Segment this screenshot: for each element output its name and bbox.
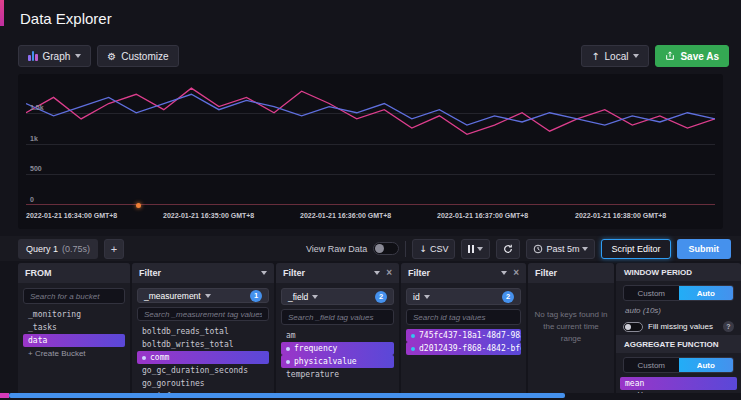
- tag-value-item[interactable]: boltdb_reads_total: [137, 325, 269, 338]
- y-tick-label: 0: [30, 196, 34, 203]
- pause-button[interactable]: [461, 239, 490, 259]
- submit-button[interactable]: Submit: [677, 239, 732, 259]
- chevron-down-icon: [582, 247, 588, 251]
- bucket-item[interactable]: _monitoring: [23, 308, 125, 321]
- window-auto-value: auto (10s): [623, 305, 734, 316]
- from-panel-header: FROM: [18, 263, 130, 283]
- from-panel: FROM _monitoring _tasks data + Create Bu…: [18, 263, 130, 393]
- fill-missing-values-toggle[interactable]: [623, 322, 643, 332]
- fill-missing-values-row: Fill missing values ?: [623, 320, 734, 333]
- selected-count-badge: 1: [250, 290, 262, 302]
- id-search-input[interactable]: [406, 309, 521, 325]
- measurement-search-input[interactable]: [137, 307, 269, 321]
- time-range-label: Past 5m: [546, 244, 579, 254]
- close-icon[interactable]: ×: [513, 268, 519, 278]
- chevron-down-icon[interactable]: [374, 271, 380, 275]
- x-tick-label: 2022-01-21 16:36:00 GMT+8: [300, 212, 391, 219]
- filter-title: Filter: [408, 268, 430, 278]
- x-tick-label: 2022-01-21 16:38:00 GMT+8: [575, 212, 666, 219]
- tag-key-label: _field: [288, 292, 308, 302]
- query-tab[interactable]: Query 1 (0.75s): [18, 239, 98, 259]
- tag-value-item-selected[interactable]: comm: [137, 351, 269, 364]
- tag-key-dropdown[interactable]: _field 2: [281, 288, 394, 305]
- function-item-selected[interactable]: mean: [620, 377, 737, 390]
- view-raw-data-toggle[interactable]: [373, 242, 399, 255]
- csv-download-button[interactable]: ↓ CSV: [412, 239, 455, 259]
- tag-value-list: boltdb_reads_total boltdb_writes_total c…: [137, 325, 269, 393]
- selected-dot-icon: [411, 334, 415, 338]
- refresh-button[interactable]: [496, 239, 520, 259]
- window-custom-option[interactable]: Custom: [624, 286, 679, 300]
- chevron-down-icon[interactable]: [261, 271, 267, 275]
- tag-value-item[interactable]: am: [281, 329, 394, 342]
- x-tick-label: 2022-01-21 16:35:00 GMT+8: [163, 212, 254, 219]
- field-search-input[interactable]: [281, 309, 394, 325]
- tag-value-label: comm: [150, 353, 169, 362]
- nav-accent-strip: [0, 0, 4, 26]
- selected-dot-icon: [286, 360, 290, 364]
- add-query-button[interactable]: +: [104, 239, 124, 259]
- local-dropdown[interactable]: ↑ Local: [581, 45, 649, 67]
- time-range-dropdown[interactable]: Past 5m: [526, 239, 595, 259]
- chart-svg: [26, 82, 715, 205]
- tag-value-item[interactable]: go_goroutines: [137, 377, 269, 390]
- clock-icon: [533, 244, 543, 254]
- customize-label: Customize: [121, 51, 168, 62]
- script-editor-button[interactable]: Script Editor: [601, 239, 670, 259]
- fill-missing-values-label: Fill missing values: [648, 322, 713, 331]
- tag-value-item[interactable]: boltdb_writes_total: [137, 338, 269, 351]
- graph-icon: [28, 51, 38, 61]
- aggregate-segmented: Custom Auto: [623, 357, 734, 373]
- save-as-label: Save As: [680, 51, 719, 62]
- scrollbar-thumb[interactable]: [9, 393, 565, 398]
- download-icon: ↓: [419, 244, 427, 254]
- tag-key-label: _measurement: [144, 291, 201, 301]
- window-period-segmented: Custom Auto: [623, 285, 734, 301]
- divider: [405, 241, 406, 257]
- filter-title: Filter: [283, 268, 305, 278]
- view-type-dropdown[interactable]: Graph: [18, 45, 91, 67]
- chart-series-pink: [26, 88, 715, 134]
- bucket-search-input[interactable]: [23, 288, 125, 304]
- tag-value-label: physicalvalue: [294, 357, 357, 366]
- customize-button[interactable]: ⚙ Customize: [97, 45, 178, 67]
- tag-value-item[interactable]: go_gc_duration_seconds: [137, 364, 269, 377]
- tag-value-item-selected[interactable]: physicalvalue: [281, 355, 394, 368]
- selected-dot-icon: [286, 347, 290, 351]
- tag-value-label: frequency: [294, 344, 337, 353]
- aggregate-custom-option[interactable]: Custom: [624, 358, 679, 372]
- tag-value-item-selected[interactable]: d2012439-f868-4842-bfef-8…: [406, 342, 521, 355]
- window-auto-option[interactable]: Auto: [679, 286, 734, 300]
- gear-icon: ⚙: [107, 51, 116, 62]
- filter-title: Filter: [139, 268, 161, 278]
- chevron-down-icon[interactable]: [501, 271, 507, 275]
- x-tick-label: 2022-01-21 16:37:00 GMT+8: [437, 212, 528, 219]
- close-icon[interactable]: ×: [386, 268, 392, 278]
- toggle-knob: [375, 244, 384, 253]
- bucket-item[interactable]: _tasks: [23, 321, 125, 334]
- horizontal-scrollbar: [0, 393, 741, 398]
- bucket-item-selected[interactable]: data: [23, 334, 125, 347]
- view-type-label: Graph: [43, 51, 71, 62]
- x-tick-label: 2022-01-21 16:34:00 GMT+8: [26, 212, 117, 219]
- create-bucket-button[interactable]: + Create Bucket: [23, 347, 125, 360]
- tag-value-label: 745fc437-18a1-48d7-98a6-7…: [419, 331, 521, 340]
- arrow-up-icon: ↑: [591, 51, 599, 62]
- tag-value-label: d2012439-f868-4842-bfef-8…: [419, 344, 521, 353]
- tag-value-item-selected[interactable]: 745fc437-18a1-48d7-98a6-7…: [406, 329, 521, 342]
- filter-panel-measurement: Filter _measurement 1 boltdb_reads_total…: [132, 263, 274, 393]
- tag-value-item-selected[interactable]: frequency: [281, 342, 394, 355]
- x-axis: 2022-01-21 16:34:00 GMT+8 2022-01-21 16:…: [26, 212, 715, 224]
- selected-count-badge: 2: [502, 291, 514, 303]
- y-tick-label: 1.5k: [30, 104, 44, 111]
- selected-count-badge: 2: [375, 291, 387, 303]
- tag-value-list: 745fc437-18a1-48d7-98a6-7… d2012439-f868…: [406, 329, 521, 355]
- aggregate-auto-option[interactable]: Auto: [679, 358, 734, 372]
- chart-plot-area[interactable]: 1.5k 1k 500 0: [26, 82, 715, 205]
- tag-key-dropdown[interactable]: _measurement 1: [137, 288, 269, 303]
- save-as-button[interactable]: Save As: [655, 45, 729, 67]
- tag-key-dropdown[interactable]: id 2: [406, 288, 521, 305]
- view-toolbar: Graph ⚙ Customize ↑ Local Save As: [18, 44, 729, 68]
- tag-value-item[interactable]: temperature: [281, 368, 394, 381]
- help-icon[interactable]: ?: [723, 321, 734, 332]
